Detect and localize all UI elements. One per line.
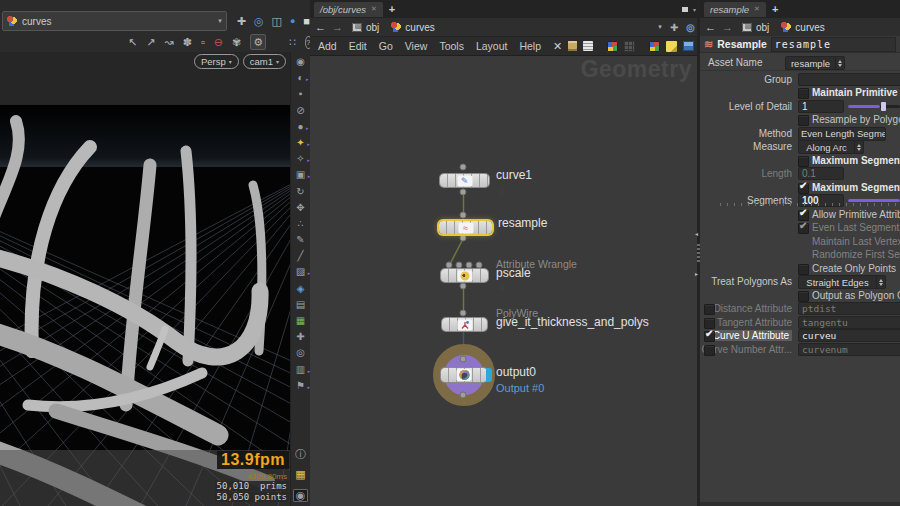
select-tool-icon[interactable]: ↖ [128,35,137,49]
param-gutter-checkbox[interactable] [704,304,715,315]
organize-icon[interactable] [568,41,577,51]
new-tab-button[interactable]: + [389,3,395,15]
param-field[interactable]: tangentu [798,316,900,329]
node-output0-label[interactable]: output0 [496,365,536,379]
param-field[interactable]: ptdist [798,302,900,315]
connector-dot[interactable] [446,262,453,269]
param-field[interactable]: 1 [798,100,844,113]
menu-go[interactable]: Go [379,40,393,52]
handles-display-icon[interactable]: ✥ [296,202,304,213]
connector-dot[interactable] [460,392,467,399]
menu-help[interactable]: Help [519,40,541,52]
linked-params-icon[interactable]: ∷ [289,35,296,49]
param-field[interactable]: curveu [798,329,900,342]
menu-add[interactable]: Add [318,40,337,52]
lock-view-icon[interactable]: ▪ [299,88,303,99]
handles-tool-icon[interactable]: ✽ [183,35,192,49]
node-output0[interactable] [441,368,487,382]
params-new-tab-button[interactable]: + [772,3,778,15]
node-resample-label[interactable]: resample [498,216,547,230]
params-tab-close-icon[interactable]: ✕ [754,5,760,13]
node-give-it-thickness[interactable] [442,318,487,331]
params-breadcrumb-obj[interactable]: obj [739,21,772,34]
node-curve1-label[interactable]: curve1 [496,168,532,182]
hatching-icon[interactable]: ▨ [296,266,305,277]
notes-icon[interactable] [583,41,593,51]
connector-dot[interactable] [460,164,467,171]
connector-dot[interactable] [460,310,467,317]
background-image-icon[interactable] [683,41,694,51]
divider-collapse-left-icon[interactable]: ◂ [695,230,698,237]
slash-tool-icon[interactable]: ╱ [297,250,303,261]
dropdown-spinner-icon[interactable] [835,57,844,69]
param-gutter-checkbox[interactable]: ✔ [704,331,715,342]
pin-pane-icon[interactable]: ✚ [237,15,246,28]
connector-dot[interactable] [456,262,463,269]
node-give-it-thickness-label[interactable]: give_it_thickness_and_polys [496,315,649,329]
tab-close-icon[interactable]: ✕ [371,5,377,13]
pane-square-icon[interactable] [682,7,688,12]
network-canvas[interactable]: Geometry ✎ curve1 ≈ resample [310,54,700,506]
node-pscale-label[interactable]: pscale [496,266,531,280]
headlight-icon[interactable]: ✦ [296,137,304,148]
persp-caret-icon[interactable]: ▾ [229,58,232,65]
breadcrumb-obj[interactable]: obj [349,21,382,34]
flag-display-icon[interactable]: ⚑ [296,380,305,391]
breadcrumb-curves[interactable]: curves [388,21,437,34]
axis-icon[interactable]: ✚ [296,331,304,342]
links-icon[interactable]: ▣ [296,169,305,180]
state-dot-icon[interactable]: ● [290,16,295,26]
connector-dot[interactable] [460,283,467,290]
points-display-icon[interactable]: ∴ [297,218,303,229]
pen-icon[interactable]: ✎ [296,234,304,245]
selector-caret-icon[interactable]: ▾ [218,17,222,25]
display-flag[interactable] [486,368,492,382]
connector-dot[interactable] [476,262,483,269]
connector-dot[interactable] [460,189,467,196]
params-tab[interactable]: resample ✕ [704,2,766,17]
frame-tool-icon[interactable]: ▫ [201,35,205,49]
connector-dot[interactable] [460,235,467,242]
render-scene[interactable] [0,105,290,506]
param-field[interactable] [798,73,900,86]
param-slider[interactable] [848,199,900,202]
info-icon[interactable]: ⓘ [295,449,306,460]
connector-dot[interactable] [466,262,473,269]
param-gutter-checkbox[interactable] [704,345,715,356]
node-curve1[interactable]: ✎ [440,174,489,187]
pane-caret-icon[interactable]: ▾ [693,6,696,13]
param-dropdown[interactable]: Even Length Segments [798,127,886,141]
node-resample[interactable]: ≈ [439,221,492,234]
visibility-icon[interactable]: ◉ [296,56,305,67]
path-pin-icon[interactable]: ✚ [670,22,678,33]
menu-edit[interactable]: Edit [349,40,367,52]
param-dropdown[interactable]: resample [785,56,845,70]
curve1-lock-icon[interactable] [498,190,505,196]
viewport-node-selector[interactable]: curves ▾ [2,11,227,31]
dropdown-spinner-icon[interactable] [876,276,885,288]
param-field[interactable]: curvenum [798,343,900,356]
menu-view[interactable]: View [405,40,428,52]
path-target-icon[interactable]: ◎ [686,22,695,33]
param-dropdown[interactable]: Along Arc [798,140,864,154]
panel-display-icon[interactable]: ▥ [296,364,305,375]
shading-mode-icon[interactable]: ◐ [297,72,303,83]
view-persp-pill[interactable]: Persp ▾ [194,54,239,69]
isolate-icon[interactable]: ⊘ [296,105,304,116]
nav-forward-icon[interactable]: → [332,21,343,33]
param-slider[interactable] [848,105,900,108]
snapshot-camera-icon[interactable]: ◉ [293,489,309,502]
grid-options-icon[interactable]: ▦ [295,469,305,480]
param-dropdown[interactable]: Straight Edges [798,275,886,289]
sticky-note-icon[interactable] [666,41,677,52]
lighting-icon[interactable]: ✧ [296,153,304,164]
slider-handle[interactable] [881,102,886,111]
dropdown-spinner-icon[interactable] [854,141,863,153]
recook-icon[interactable]: ↻ [296,186,304,197]
param-checkbox[interactable] [798,264,809,275]
path-menu-caret-icon[interactable]: ▾ [658,23,662,31]
pose-tool-icon[interactable]: ✾ [232,35,241,49]
node-name-field[interactable]: resample [771,37,896,52]
move-tool-icon[interactable]: ↝ [164,35,173,49]
connector-dot[interactable] [460,356,467,363]
